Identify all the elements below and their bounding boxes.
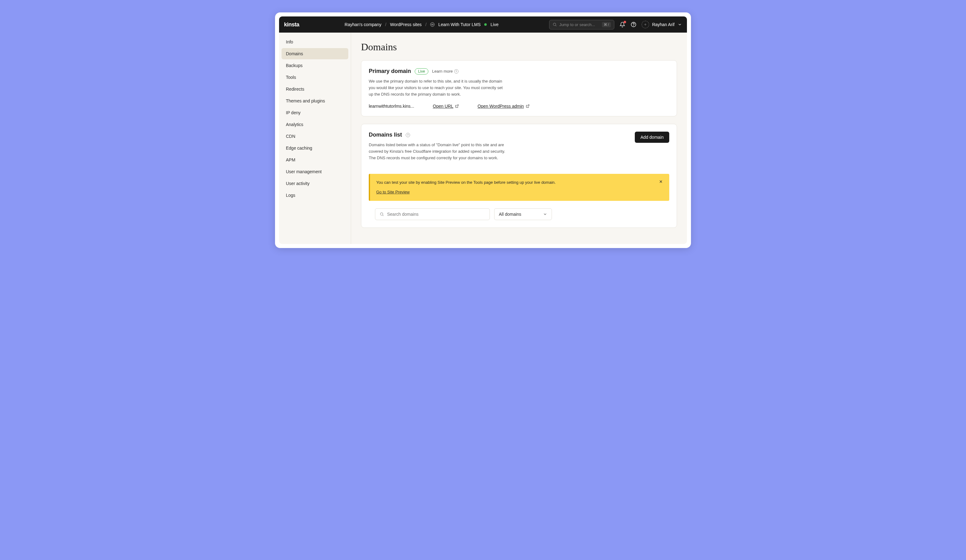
- primary-domain-card: Primary domain Live Learn more ? We use …: [361, 60, 677, 117]
- search-placeholder: Jump to or search...: [559, 22, 600, 27]
- help-button[interactable]: [631, 21, 637, 28]
- breadcrumb-env: Live: [490, 22, 498, 27]
- close-icon: [659, 179, 663, 184]
- external-link-icon: [526, 104, 529, 108]
- breadcrumb-section[interactable]: WordPress sites: [390, 22, 422, 27]
- sidebar-item-themes-and-plugins[interactable]: Themes and plugins: [281, 95, 348, 107]
- learn-more-link[interactable]: Learn more ?: [432, 69, 458, 74]
- close-alert-button[interactable]: [659, 179, 663, 184]
- primary-domain-title: Primary domain: [369, 68, 411, 74]
- sidebar-item-user-management[interactable]: User management: [281, 166, 348, 177]
- sidebar-item-cdn[interactable]: CDN: [281, 131, 348, 142]
- domain-filter-select[interactable]: All domains: [494, 208, 552, 220]
- chevron-down-icon: [543, 212, 547, 216]
- search-domains-input[interactable]: [375, 208, 490, 220]
- status-dot-icon: [484, 23, 487, 26]
- svg-point-10: [380, 213, 383, 215]
- domains-list-title: Domains list: [369, 131, 402, 138]
- open-wp-label: Open WordPress admin: [477, 103, 524, 108]
- topbar: kinsta Rayhan's company / WordPress site…: [279, 16, 687, 33]
- main-content: Domains Primary domain Live Learn more ?…: [351, 33, 687, 244]
- svg-line-11: [383, 215, 384, 216]
- wordpress-icon: W: [430, 22, 435, 27]
- sidebar-item-edge-caching[interactable]: Edge caching: [281, 143, 348, 154]
- svg-line-6: [457, 105, 458, 107]
- filter-value: All domains: [499, 212, 521, 217]
- external-link-icon: [455, 104, 459, 108]
- site-preview-alert: You can test your site by enabling Site …: [369, 174, 669, 201]
- primary-domain-desc: We use the primary domain to refer to th…: [369, 78, 505, 97]
- sidebar-item-tools[interactable]: Tools: [281, 72, 348, 83]
- learn-more-label: Learn more: [432, 69, 453, 74]
- breadcrumb-site[interactable]: Learn With Tutor LMS: [438, 22, 481, 27]
- sidebar-item-redirects[interactable]: Redirects: [281, 84, 348, 95]
- help-circle-icon: [631, 22, 636, 27]
- breadcrumb: Rayhan's company / WordPress sites / W L…: [345, 22, 498, 27]
- primary-domain-value: learnwithtutorlms.kins...: [369, 103, 414, 108]
- domains-list-desc: Domains listed below with a status of "D…: [369, 142, 505, 161]
- svg-point-3: [633, 25, 634, 26]
- avatar-add-icon: [642, 21, 649, 28]
- open-url-link[interactable]: Open URL: [433, 103, 459, 108]
- domains-list-card: Domains list ? Domains listed below with…: [361, 124, 677, 228]
- sidebar-item-backups[interactable]: Backups: [281, 60, 348, 71]
- breadcrumb-sep: /: [425, 22, 427, 27]
- go-to-site-preview-link[interactable]: Go to Site Preview: [376, 189, 410, 195]
- sidebar-item-user-activity[interactable]: User activity: [281, 178, 348, 189]
- search-domains-field[interactable]: [387, 212, 485, 217]
- alert-message: You can test your site by enabling Site …: [376, 179, 555, 186]
- sidebar-item-info[interactable]: Info: [281, 36, 348, 48]
- sidebar-item-domains[interactable]: Domains: [281, 48, 348, 59]
- open-url-label: Open URL: [433, 103, 453, 108]
- svg-line-1: [555, 25, 556, 26]
- global-search[interactable]: Jump to or search... ⌘ /: [549, 20, 614, 30]
- sidebar-item-ip-deny[interactable]: IP deny: [281, 107, 348, 118]
- add-domain-button[interactable]: Add domain: [635, 131, 669, 143]
- search-icon: [552, 22, 557, 27]
- live-badge: Live: [415, 68, 428, 74]
- breadcrumb-company[interactable]: Rayhan's company: [345, 22, 381, 27]
- sidebar: InfoDomainsBackupsToolsRedirectsThemes a…: [279, 33, 351, 244]
- sidebar-item-logs[interactable]: Logs: [281, 190, 348, 201]
- user-name: Rayhan Arif: [652, 22, 675, 27]
- notification-dot-icon: [624, 21, 626, 23]
- page-title: Domains: [361, 41, 677, 53]
- logo[interactable]: kinsta: [284, 21, 299, 28]
- notifications-button[interactable]: [619, 21, 626, 28]
- user-menu[interactable]: Rayhan Arif: [642, 21, 682, 28]
- open-wp-admin-link[interactable]: Open WordPress admin: [477, 103, 529, 108]
- search-icon: [380, 212, 384, 216]
- chevron-down-icon: [678, 22, 682, 27]
- sidebar-item-analytics[interactable]: Analytics: [281, 119, 348, 130]
- svg-line-7: [527, 105, 529, 107]
- help-icon: ?: [454, 69, 458, 74]
- breadcrumb-sep: /: [385, 22, 386, 27]
- svg-point-0: [553, 23, 555, 25]
- search-kbd: ⌘ /: [602, 22, 611, 27]
- help-icon[interactable]: ?: [406, 133, 410, 137]
- sidebar-item-apm[interactable]: APM: [281, 154, 348, 166]
